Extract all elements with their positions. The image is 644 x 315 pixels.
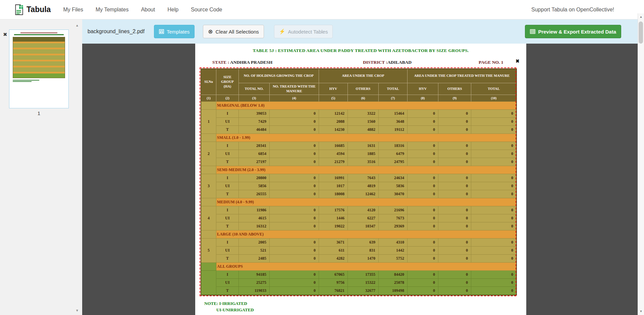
- page-no-field: PAGE NO. 1: [479, 60, 503, 65]
- pdf-note-line-2: UI-UNIRRIGATED: [216, 307, 254, 313]
- autodetect-tables-button[interactable]: ⚡ Autodetect Tables: [274, 25, 333, 38]
- thumb-table-image: [13, 37, 65, 78]
- templates-icon: [159, 29, 164, 34]
- sidebar-scroll-down-icon[interactable]: ▼: [75, 309, 79, 312]
- state-value: ANDHRA PRADESH: [230, 60, 272, 65]
- pdf-viewer-area[interactable]: TABLE 5J : ESTIMATED AREA UNDER PADDY TR…: [82, 44, 638, 315]
- templates-button-label: Templates: [167, 29, 190, 35]
- navbar: Tabula My Files My Templates About Help …: [0, 0, 644, 19]
- tabula-logo-icon[interactable]: [15, 4, 23, 15]
- district-value: ADILABAD: [387, 60, 412, 65]
- nav-my-files[interactable]: My Files: [63, 7, 83, 13]
- table-grid-icon: [530, 29, 535, 34]
- thumb-note-line: [13, 81, 32, 82]
- preview-export-button[interactable]: Preview & Export Extracted Data: [525, 25, 621, 38]
- nav-my-templates[interactable]: My Templates: [96, 7, 128, 13]
- selection-box[interactable]: [200, 67, 516, 296]
- clear-all-selections-button[interactable]: ⊗ Clear All Selections: [203, 25, 264, 38]
- district-field: DISTRICT :ADILABAD: [363, 60, 412, 65]
- pdf-table-title: TABLE 5J : ESTIMATED AREA UNDER PADDY TR…: [195, 48, 526, 53]
- nav-source-code[interactable]: Source Code: [191, 7, 222, 13]
- sidebar-scroll-up-icon[interactable]: ▲: [75, 23, 79, 27]
- page-sidebar: ✖ ▲ ▼ 1: [0, 19, 82, 315]
- thumb-subtitle-line: [14, 34, 64, 35]
- lightning-icon: ⚡: [279, 29, 285, 35]
- pdf-note-line-1: NOTE: I-IRRIGATED: [204, 301, 247, 306]
- vertical-scrollbar[interactable]: ▲ ▼: [638, 13, 644, 315]
- thumbnail-page-number: 1: [9, 110, 69, 116]
- selection-close-icon[interactable]: ✖: [516, 58, 520, 64]
- thumb-note-line: [13, 80, 39, 81]
- page-thumbnail[interactable]: [9, 30, 69, 108]
- templates-button[interactable]: Templates: [154, 25, 195, 38]
- brand-title[interactable]: Tabula: [26, 5, 51, 14]
- pdf-page[interactable]: TABLE 5J : ESTIMATED AREA UNDER PADDY TR…: [195, 44, 526, 315]
- document-filename: background_lines_2.pdf: [88, 29, 145, 35]
- autodetect-button-label: Autodetect Tables: [288, 29, 328, 35]
- scrollbar-thumb[interactable]: [639, 21, 643, 44]
- scrollbar-down-icon[interactable]: ▼: [638, 309, 644, 314]
- clear-button-label: Clear All Selections: [216, 29, 259, 35]
- toolbar: background_lines_2.pdf Templates ⊗ Clear…: [82, 19, 638, 44]
- state-field: STATE : ANDHRA PRADESH: [212, 60, 272, 65]
- export-button-label: Preview & Export Extracted Data: [538, 29, 616, 35]
- nav-about[interactable]: About: [141, 7, 155, 13]
- support-link[interactable]: Support Tabula on OpenCollective!: [531, 7, 614, 13]
- scrollbar-up-icon[interactable]: ▲: [638, 14, 644, 20]
- remove-page-icon[interactable]: ✖: [3, 32, 7, 38]
- nav-help[interactable]: Help: [167, 7, 178, 13]
- clear-selections-icon: ⊗: [208, 29, 213, 35]
- thumb-title-line: [20, 33, 57, 33]
- nav-menu: My Files My Templates About Help Source …: [63, 7, 234, 13]
